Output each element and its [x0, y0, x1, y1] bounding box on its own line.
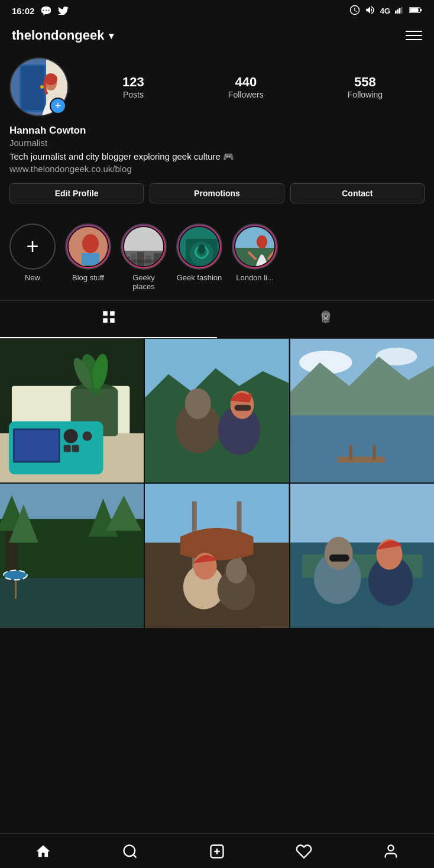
stat-followers[interactable]: 440 Followers [228, 75, 264, 99]
svg-rect-3 [401, 7, 403, 14]
stat-following[interactable]: 558 Following [348, 75, 383, 99]
story-geeky[interactable]: Geeky places [121, 224, 167, 291]
story-geekfashion-image [180, 227, 220, 267]
svg-rect-87 [290, 484, 434, 543]
following-count: 558 [354, 75, 376, 90]
svg-point-58 [185, 388, 211, 419]
promotions-button[interactable]: Promotions [150, 183, 284, 203]
profile-bio: Tech journalist and city blogger explori… [9, 150, 425, 163]
search-icon [122, 843, 138, 860]
story-geeky-circle [121, 224, 167, 270]
menu-button[interactable] [406, 31, 422, 40]
svg-point-97 [388, 846, 393, 851]
photo-4[interactable] [0, 484, 144, 627]
story-blog-circle [65, 224, 111, 270]
nav-add[interactable] [199, 841, 235, 862]
action-buttons: Edit Profile Promotions Contact [9, 183, 425, 203]
tab-grid[interactable] [0, 301, 217, 338]
story-new[interactable]: + New [9, 224, 56, 291]
status-bar: 16:02 💬 4G [0, 0, 434, 22]
profile-info: Hannah Cowton Journalist Tech journalist… [9, 125, 425, 174]
hamburger-line-3 [406, 39, 422, 40]
svg-rect-54 [72, 445, 79, 452]
photo-grid [0, 339, 434, 628]
story-blog-image [69, 227, 109, 267]
edit-profile-button[interactable]: Edit Profile [9, 183, 144, 203]
photo-3[interactable] [290, 339, 434, 482]
status-left: 16:02 💬 [12, 5, 69, 17]
alarm-icon [349, 5, 360, 17]
svg-rect-17 [82, 253, 99, 265]
hamburger-line-2 [406, 35, 422, 36]
header: thelondongeek ▾ [0, 22, 434, 51]
svg-point-15 [82, 234, 99, 253]
svg-rect-34 [235, 227, 276, 248]
photo-6[interactable] [290, 484, 434, 627]
contact-button[interactable]: Contact [290, 183, 425, 203]
hamburger-line-1 [406, 31, 422, 32]
svg-point-91 [324, 537, 352, 570]
svg-rect-20 [124, 257, 130, 267]
status-right: 4G [349, 5, 422, 17]
story-london-circle [232, 224, 278, 270]
following-label: Following [348, 90, 383, 99]
svg-rect-66 [290, 416, 434, 483]
whatsapp-icon: 💬 [40, 5, 52, 17]
story-london[interactable]: London li... [232, 224, 278, 291]
story-dot [47, 261, 53, 267]
svg-rect-0 [395, 11, 397, 14]
profile-link[interactable]: www.thelondongeek.co.uk/blog [9, 164, 425, 174]
story-geekfashion[interactable]: Geek fashion [176, 224, 222, 291]
battery-icon [409, 6, 422, 16]
svg-rect-68 [349, 445, 352, 460]
svg-rect-6 [410, 8, 418, 12]
story-blog[interactable]: Blog stuff [65, 224, 111, 291]
mute-icon [365, 5, 375, 17]
story-geekfashion-label: Geek fashion [177, 273, 222, 282]
svg-rect-5 [420, 9, 422, 11]
profile-name: Hannah Cowton [9, 125, 425, 137]
svg-point-35 [257, 235, 267, 248]
svg-rect-67 [337, 456, 384, 462]
followers-count: 440 [235, 75, 257, 90]
nav-search[interactable] [112, 841, 148, 862]
nav-home[interactable] [25, 841, 61, 862]
profile-title: Journalist [9, 138, 425, 148]
chevron-down-icon: ▾ [109, 30, 114, 41]
avatar-wrapper[interactable]: + [9, 57, 69, 116]
photo-2[interactable] [145, 339, 289, 482]
photo-5[interactable] [145, 484, 289, 627]
story-new-label: New [25, 273, 40, 282]
add-icon [209, 843, 225, 860]
svg-rect-26 [124, 227, 164, 251]
svg-rect-74 [0, 578, 144, 628]
profile-top: + 123 Posts 440 Followers 558 Following [9, 57, 425, 116]
svg-rect-27 [124, 260, 164, 263]
header-username[interactable]: thelondongeek ▾ [12, 28, 114, 43]
story-geekfashion-circle [176, 224, 222, 270]
svg-rect-61 [235, 405, 251, 411]
person-icon [383, 843, 399, 860]
heart-icon [296, 843, 312, 860]
story-london-image [235, 227, 276, 267]
svg-point-31 [198, 244, 205, 254]
svg-point-95 [124, 846, 135, 857]
bottom-nav [0, 833, 434, 868]
tab-tagged[interactable] [217, 301, 434, 338]
svg-rect-50 [15, 430, 59, 461]
avatar-add-button[interactable]: + [50, 98, 66, 114]
nav-profile[interactable] [373, 841, 409, 862]
username-text: thelondongeek [12, 28, 104, 43]
home-icon [35, 843, 51, 860]
nav-activity[interactable] [286, 841, 322, 862]
svg-rect-25 [163, 257, 164, 267]
story-blog-label: Blog stuff [72, 273, 104, 282]
story-new-circle: + [9, 224, 56, 270]
svg-rect-92 [329, 555, 349, 562]
svg-rect-10 [40, 85, 44, 89]
svg-rect-1 [397, 9, 399, 14]
stat-posts[interactable]: 123 Posts [122, 75, 144, 99]
photo-1[interactable] [0, 339, 144, 482]
story-london-label: London li... [236, 273, 274, 282]
svg-point-52 [83, 432, 92, 441]
